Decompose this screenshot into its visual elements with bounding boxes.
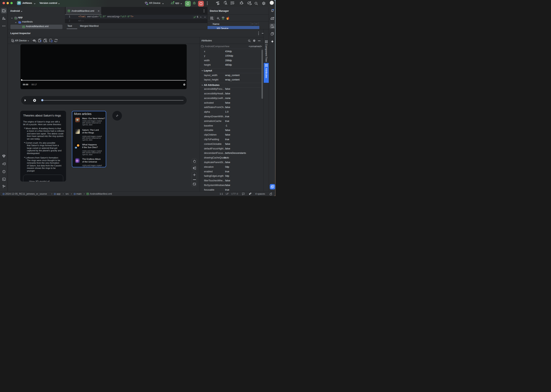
svg-text:?: ? xyxy=(203,46,204,48)
